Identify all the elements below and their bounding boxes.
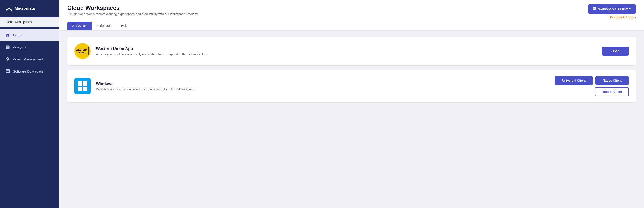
windows-info: Windows Remotely access a virtual Window… — [96, 82, 550, 91]
universal-client-button[interactable]: Universal Client — [555, 76, 593, 85]
page-header: Cloud Workspaces Elevate your team's rem… — [59, 0, 644, 31]
home-icon — [5, 33, 10, 37]
tab-peripherals[interactable]: Peripherals — [92, 22, 117, 30]
brand-name: Macrometa — [15, 6, 35, 11]
brand-logo: Macrometa — [0, 0, 59, 17]
svg-line-3 — [7, 8, 9, 9]
tab-bar: Workspace Peripherals Help — [67, 22, 636, 30]
page-subtitle: Elevate your team's remote working exper… — [67, 12, 198, 16]
windows-logo — [74, 78, 90, 94]
sidebar-item-analytics-label: Analytics — [13, 45, 26, 49]
wu-bar — [88, 47, 89, 55]
sidebar-item-analytics[interactable]: Analytics — [0, 41, 59, 53]
header-text: Cloud Workspaces Elevate your team's rem… — [67, 4, 198, 16]
feedback-survey-link[interactable]: Feedback Survey — [610, 15, 636, 19]
windows-card: Windows Remotely access a virtual Window… — [67, 70, 636, 103]
windows-title: Windows — [96, 82, 550, 86]
sidebar-item-home[interactable]: Home — [0, 29, 59, 41]
western-union-actions: Open — [602, 47, 629, 56]
windows-primary-actions: Universal Client Native Client — [555, 76, 629, 85]
brand-icon — [5, 5, 12, 12]
assistant-icon — [592, 7, 596, 11]
sidebar-product-label: Cloud Workspaces — [0, 17, 59, 27]
open-button[interactable]: Open — [602, 47, 629, 56]
windows-desc: Remotely access a virtual Windows enviro… — [96, 88, 550, 91]
sidebar-item-admin[interactable]: Admin Management — [0, 53, 59, 65]
western-union-logo: WESTERNUNION — [74, 43, 90, 59]
page-title: Cloud Workspaces — [67, 4, 198, 11]
windows-actions: Universal Client Native Client Reboot Cl… — [555, 76, 629, 96]
svg-point-0 — [8, 6, 10, 8]
svg-point-1 — [6, 9, 8, 11]
western-union-card: WESTERNUNION Western Union App Access yo… — [67, 37, 636, 65]
header-actions: Workspaces Assistant Feedback Survey — [588, 4, 636, 19]
sidebar-item-software[interactable]: Software Downloads — [0, 65, 59, 77]
sidebar: Macrometa Cloud Workspaces Home Analytic… — [0, 0, 59, 208]
tab-workspace[interactable]: Workspace — [67, 22, 92, 30]
sidebar-nav: Home Analytics Admin Management — [0, 27, 59, 208]
content-area: WESTERNUNION Western Union App Access yo… — [59, 31, 644, 109]
native-client-button[interactable]: Native Client — [596, 76, 629, 85]
tab-help[interactable]: Help — [117, 22, 132, 30]
analytics-icon — [5, 45, 10, 50]
western-union-info: Western Union App Access your applicatio… — [96, 46, 596, 56]
main-content: Cloud Workspaces Elevate your team's rem… — [59, 0, 644, 208]
reboot-client-button[interactable]: Reboot Client — [595, 87, 629, 96]
western-union-title: Western Union App — [96, 46, 596, 51]
western-union-desc: Access your application securely and wit… — [96, 52, 596, 56]
wu-text: WESTERNUNION — [76, 48, 88, 54]
svg-line-4 — [9, 8, 11, 9]
sidebar-item-home-label: Home — [13, 33, 22, 37]
software-icon — [5, 69, 10, 74]
sidebar-item-software-label: Software Downloads — [13, 69, 44, 73]
sidebar-item-admin-label: Admin Management — [13, 57, 43, 61]
svg-point-2 — [10, 9, 12, 11]
admin-icon — [5, 57, 10, 62]
workspaces-assistant-button[interactable]: Workspaces Assistant — [588, 4, 636, 14]
windows-grid-icon — [78, 81, 88, 91]
